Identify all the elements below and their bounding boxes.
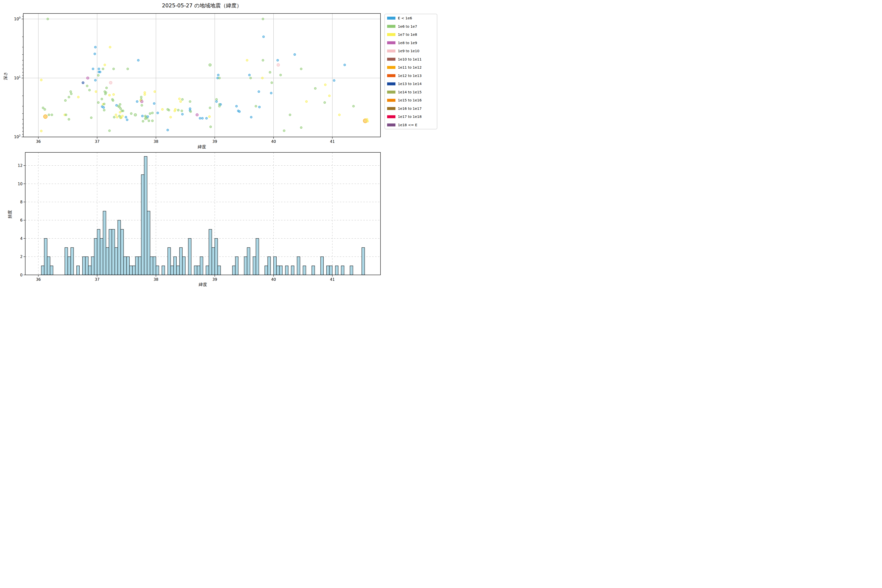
histogram-bar [82,257,86,275]
scatter-point [44,108,46,110]
histogram-bar [200,257,203,275]
scatter-point [94,46,96,48]
histogram-bar [124,257,127,275]
histogram-bar [174,257,177,275]
histogram-bar [244,257,247,275]
histogram-bar [180,248,183,275]
scatter-point [119,104,121,105]
histogram-bar [253,257,256,275]
histogram-bar [168,248,171,275]
histogram-bar [330,266,333,275]
histogram-bar [194,266,197,275]
legend-label: E < 1e6 [398,16,412,20]
histogram-ytick-label: 4 [20,236,22,241]
histogram-bar [71,248,74,275]
scatter-point [271,82,273,84]
histogram-bar [41,266,44,275]
scatter-point [144,92,146,94]
scatter-point [113,68,115,70]
scatter-point [238,111,240,112]
legend-label: 1e10 to 1e11 [398,57,422,61]
scatter-point [258,91,260,93]
scatter-point [180,100,182,102]
scatter-point [119,111,121,113]
scatter-point [262,59,264,61]
scatter-point [140,96,142,98]
histogram-bar [350,266,353,275]
scatter-point [141,104,143,106]
legend-swatch [387,82,395,85]
histogram-bar [236,257,238,275]
histogram-ytick-label: 12 [18,164,22,168]
scatter-point [40,79,42,81]
legend-entry: 1e11 to 1e12 [387,65,422,69]
legend-label: 1e8 to 1e9 [398,41,417,45]
legend: E < 1e61e6 to 1e71e7 to 1e81e8 to 1e91e9… [385,14,437,129]
legend-label: 1e17 to 1e18 [398,115,422,118]
scatter-point [152,112,153,114]
histogram-bar [215,238,218,275]
scatter-point [125,116,127,118]
legend-swatch [387,58,395,61]
scatter-point [104,64,106,66]
histogram-ytick-label: 10 [18,182,22,186]
scatter-point [94,79,96,81]
legend-label: 1e11 to 1e12 [398,65,422,69]
scatter-point [328,95,330,97]
scatter-point [68,96,70,98]
scatter-point [174,108,176,110]
histogram-bar [144,156,147,275]
scatter-point [109,81,112,84]
histogram-bar [115,248,118,275]
legend-swatch [387,99,395,102]
legend-entry: 1e18 <= E [387,123,417,127]
scatter-point [142,120,144,122]
scatter-point [170,116,171,118]
legend-entry: 1e7 to 1e8 [387,33,417,36]
histogram-bar [65,248,68,275]
histogram-bar [362,248,365,275]
histogram-bar [147,211,150,275]
histogram-bar [138,257,141,275]
scatter-point [324,84,326,86]
scatter-point [116,116,118,118]
scatter-point [70,93,72,95]
legend-swatch [387,115,395,118]
scatter-point [279,74,282,76]
histogram-bar [97,230,100,275]
histogram-bar [94,238,97,275]
legend-swatch [387,25,395,28]
histogram-bar [303,266,306,275]
histogram-bar [247,248,250,275]
scatter-point [209,107,211,109]
histogram-bar [183,257,186,275]
legend-swatch [387,16,395,20]
scatter-point [103,109,105,111]
legend-swatch [387,41,395,44]
scatter-point [277,63,280,66]
histogram-bar [112,230,115,275]
scatter-point [324,101,326,104]
histogram-bar [197,266,200,275]
scatter-point [189,100,191,102]
histogram-bar [103,211,106,275]
histogram-bar [100,238,103,275]
scatter-point [190,111,192,112]
scatter-point [277,59,279,61]
scatter-point [122,115,123,117]
scatter-point [166,129,168,131]
scatter-point [162,108,164,110]
scatter-point [136,100,138,102]
scatter-point [306,100,308,102]
scatter-xtick-label: 40 [271,140,276,144]
legend-swatch [387,33,395,36]
legend-label: 1e16 to 1e17 [398,106,422,111]
scatter-point [97,74,99,76]
histogram-bar [86,257,88,275]
histogram-ytick-label: 2 [20,255,22,259]
scatter-point [177,109,179,111]
scatter-point [250,116,252,118]
scatter-point [338,114,340,116]
histogram-bar [341,266,344,275]
scatter-ytick-label: 102 [14,134,21,139]
